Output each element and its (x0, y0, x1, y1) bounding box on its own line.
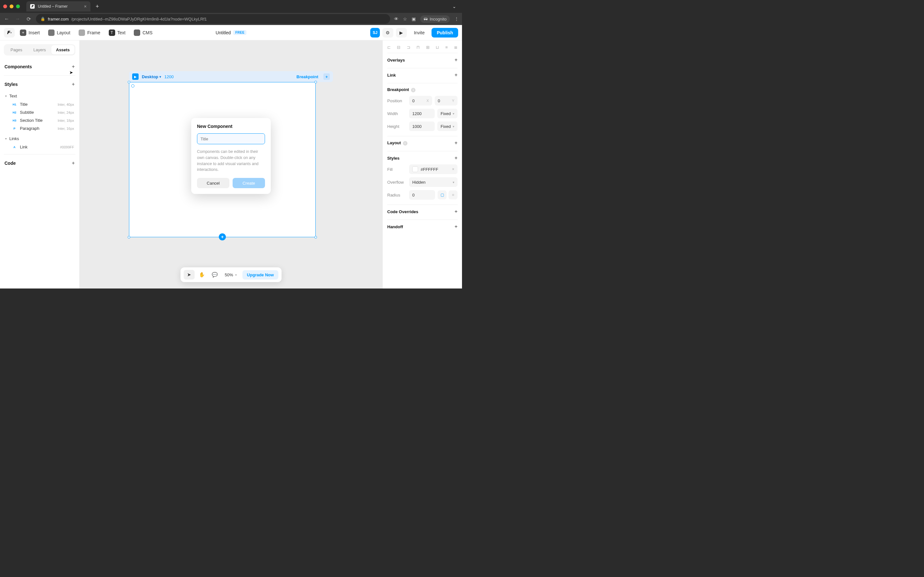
style-section-title[interactable]: H3 Section Title Inter, 18px (4, 116, 75, 124)
overlays-label: Overlays (387, 58, 405, 63)
fill-label: Fill (387, 167, 407, 172)
browser-tab[interactable]: 𝙁 Untitled – Framer × (26, 1, 90, 11)
position-x-input[interactable]: 0X (409, 96, 432, 105)
breakpoint-label[interactable]: Breakpoint (296, 74, 318, 79)
add-styles-button[interactable]: + (455, 155, 457, 161)
extensions-icon[interactable]: ▣ (412, 16, 416, 21)
settings-button[interactable]: ⚙ (383, 28, 393, 37)
height-input[interactable]: 1000 (409, 121, 435, 131)
close-tab-icon[interactable]: × (84, 4, 87, 9)
close-window-button[interactable] (3, 5, 7, 8)
radius-input[interactable]: 0 (409, 190, 435, 200)
styles-section: Styles+ Fill #FFFFFF × Overflow Hidden▾ … (387, 151, 457, 205)
chevron-down-icon: ▾ (453, 181, 454, 184)
add-breakpoint-button[interactable]: + (323, 73, 330, 80)
width-mode-select[interactable]: Fixed▾ (437, 109, 457, 118)
select-tool[interactable]: ➤ (184, 270, 195, 279)
fill-input[interactable]: #FFFFFF × (409, 164, 457, 174)
forward-button[interactable]: → (14, 16, 21, 22)
create-button[interactable]: Create (233, 178, 265, 188)
add-link-button[interactable]: + (455, 72, 457, 78)
user-avatar[interactable]: SJ (370, 28, 380, 37)
code-label: Code (5, 161, 16, 166)
links-group-toggle[interactable]: ▾ Links (4, 134, 75, 143)
info-icon[interactable]: i (403, 141, 407, 145)
style-subtitle[interactable]: H2 Subtitle Inter, 24px (4, 108, 75, 116)
text-tool[interactable]: T Text (105, 27, 129, 38)
tab-pages[interactable]: Pages (5, 45, 28, 55)
add-overlay-button[interactable]: + (455, 57, 457, 63)
preview-button[interactable]: ▶ (396, 28, 407, 37)
radius-individual-button[interactable]: ⌗ (449, 190, 457, 199)
chevron-down-icon: ▾ (453, 125, 454, 128)
back-button[interactable]: ← (3, 16, 10, 22)
frame-name-dropdown[interactable]: Desktop ▾ (142, 74, 161, 79)
incognito-eye-icon[interactable]: 👁 (394, 16, 399, 21)
canvas[interactable]: ▶ Desktop ▾ 1200 Breakpoint + + (79, 40, 383, 288)
clear-fill-button[interactable]: × (452, 167, 454, 171)
add-code-button[interactable]: + (72, 160, 75, 166)
overflow-select[interactable]: Hidden▾ (409, 177, 457, 187)
style-link[interactable]: A Link #0099FF (4, 143, 75, 151)
resize-handle-tr[interactable] (314, 81, 317, 83)
resize-handle-br[interactable] (314, 236, 317, 239)
style-meta: #0099FF (60, 145, 74, 149)
cms-tool[interactable]: CMS (131, 27, 156, 38)
browser-menu-icon[interactable]: ⋮ (454, 16, 459, 21)
browser-right-icons: 👁 ☆ ▣ 🕶 Incognito ⋮ (394, 15, 459, 23)
radius-uniform-button[interactable]: ▢ (438, 190, 447, 199)
align-left-icon[interactable]: ⊏ (387, 45, 391, 50)
add-style-button[interactable]: + (72, 81, 75, 87)
add-layout-button[interactable]: + (455, 140, 457, 146)
comment-tool[interactable]: 💬 (210, 270, 220, 279)
publish-button[interactable]: Publish (431, 28, 458, 37)
new-tab-button[interactable]: + (94, 3, 101, 10)
height-label: Height (387, 124, 407, 129)
url-input[interactable]: 🔒 framer.com/projects/Untitled--mZ98oDWa… (36, 14, 390, 24)
distribute-v-icon[interactable]: ≣ (454, 45, 457, 50)
framer-menu-button[interactable]: 𝙁 ▾ (4, 28, 15, 37)
document-title[interactable]: Untitled FREE (216, 30, 246, 35)
width-input[interactable]: 1200 (409, 109, 435, 118)
incognito-icon: 🕶 (423, 17, 428, 21)
frame-tool[interactable]: Frame (75, 27, 103, 38)
component-name-input[interactable] (197, 133, 265, 144)
invite-button[interactable]: Invite (409, 28, 429, 37)
align-right-icon[interactable]: ⊐ (407, 45, 410, 50)
align-bottom-icon[interactable]: ⊔ (436, 45, 439, 50)
upgrade-button[interactable]: Upgrade Now (242, 270, 278, 279)
maximize-window-button[interactable] (16, 5, 20, 8)
add-override-button[interactable]: + (455, 209, 457, 214)
tab-layers[interactable]: Layers (28, 45, 51, 55)
zoom-dropdown[interactable]: 50% ▾ (222, 272, 239, 277)
text-group-toggle[interactable]: ▾ Text (4, 92, 75, 100)
tabs-overflow-icon[interactable]: ⌄ (450, 4, 459, 9)
hand-tool[interactable]: ✋ (197, 270, 208, 279)
info-icon[interactable]: i (411, 88, 415, 92)
align-top-icon[interactable]: ⊓ (417, 45, 420, 50)
handoff-expand-button[interactable]: + (455, 224, 457, 229)
incognito-badge[interactable]: 🕶 Incognito (420, 15, 450, 23)
align-center-v-icon[interactable]: ⊞ (426, 45, 430, 50)
bookmark-icon[interactable]: ☆ (403, 16, 407, 21)
layout-tool[interactable]: Layout (45, 27, 73, 38)
height-mode-select[interactable]: Fixed▾ (437, 121, 457, 131)
tab-assets[interactable]: Assets (51, 45, 74, 55)
frame-home-icon[interactable]: ▶ (132, 73, 139, 80)
insert-tool[interactable]: + Insert (17, 27, 43, 38)
position-y-input[interactable]: 0Y (435, 96, 458, 105)
style-title[interactable]: H1 Title Inter, 40px (4, 100, 75, 108)
add-component-button[interactable]: + (72, 64, 75, 69)
free-badge: FREE (233, 30, 246, 35)
reload-button[interactable]: ⟳ (25, 16, 32, 22)
gear-icon: ⚙ (386, 30, 390, 35)
distribute-h-icon[interactable]: ≡ (445, 45, 448, 50)
url-domain: framer.com (48, 17, 69, 21)
minimize-window-button[interactable] (10, 5, 13, 8)
resize-handle-tl[interactable] (128, 81, 130, 83)
add-section-button[interactable]: + (219, 234, 226, 240)
cancel-button[interactable]: Cancel (197, 178, 229, 188)
align-center-h-icon[interactable]: ⊟ (397, 45, 401, 50)
style-paragraph[interactable]: P Paragraph Inter, 16px (4, 124, 75, 132)
resize-handle-bl[interactable] (128, 236, 130, 239)
